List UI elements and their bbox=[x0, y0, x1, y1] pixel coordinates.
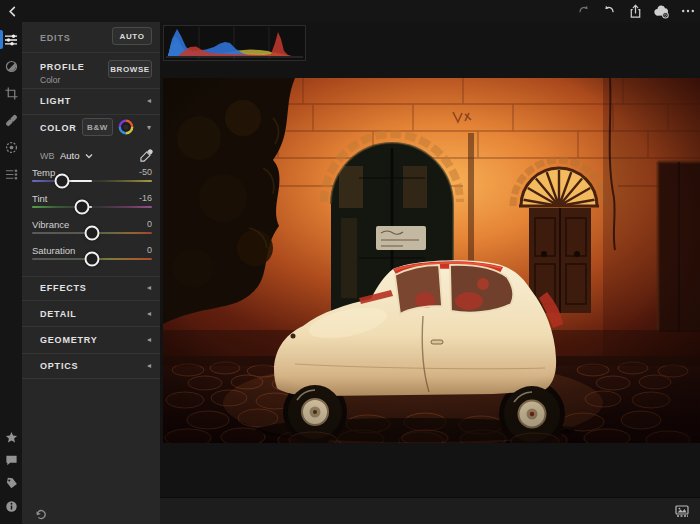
redo-icon[interactable] bbox=[575, 3, 592, 20]
slider-label: Saturation bbox=[32, 245, 75, 256]
slider-value: 0 bbox=[147, 219, 152, 229]
info-icon bbox=[5, 500, 18, 513]
star-icon bbox=[5, 431, 18, 444]
temp-slider-knob[interactable] bbox=[55, 174, 70, 189]
collapse-arrow-icon[interactable]: ◂ bbox=[147, 97, 151, 105]
vibrance-slider-row: Vibrance 0 bbox=[22, 216, 160, 242]
temp-slider-row: Temp -50 bbox=[22, 164, 160, 190]
rate-review-button[interactable] bbox=[0, 426, 22, 449]
tag-icon bbox=[5, 477, 18, 490]
slider-label: Vibrance bbox=[32, 219, 69, 230]
tool-healing[interactable] bbox=[0, 107, 22, 134]
slider-value: -50 bbox=[139, 167, 152, 177]
tool-presets[interactable] bbox=[0, 53, 22, 80]
divider bbox=[22, 378, 160, 379]
slider-label: Tint bbox=[32, 193, 47, 204]
more-ellipsis-icon[interactable] bbox=[679, 3, 696, 20]
bottom-bar bbox=[160, 497, 700, 524]
profile-label: PROFILE bbox=[40, 62, 85, 72]
browse-button[interactable]: BROWSE bbox=[108, 60, 152, 78]
presets-icon bbox=[5, 60, 18, 73]
undo-icon[interactable] bbox=[601, 3, 618, 20]
vibrance-slider-knob[interactable] bbox=[85, 226, 100, 241]
saturation-slider-track[interactable] bbox=[32, 258, 152, 260]
expand-arrow-icon[interactable]: ▾ bbox=[147, 124, 151, 132]
active-tool-indicator bbox=[0, 30, 3, 49]
wb-value-dropdown[interactable]: Auto bbox=[60, 150, 93, 161]
section-effects[interactable]: EFFECTS bbox=[40, 283, 87, 293]
wb-value: Auto bbox=[60, 150, 80, 161]
histogram-panel[interactable] bbox=[163, 25, 306, 61]
collapse-arrow-icon[interactable]: ◂ bbox=[147, 362, 151, 370]
section-light[interactable]: LIGHT bbox=[40, 96, 71, 106]
tint-slider-knob[interactable] bbox=[75, 200, 90, 215]
tool-crop[interactable] bbox=[0, 80, 22, 107]
vignette-overlay bbox=[163, 78, 700, 443]
crop-icon bbox=[5, 87, 18, 100]
edit-sliders-icon bbox=[4, 33, 18, 47]
tool-edit-sliders[interactable] bbox=[0, 26, 22, 53]
tint-slider-track[interactable] bbox=[32, 206, 152, 208]
lightroom-app: EDITS AUTO PROFILE Color BROWSE LIGHT ◂ … bbox=[0, 0, 700, 524]
tint-slider-row: Tint -16 bbox=[22, 190, 160, 216]
collapse-arrow-icon[interactable]: ◂ bbox=[147, 284, 151, 292]
vibrance-slider-track[interactable] bbox=[32, 232, 152, 234]
slider-label: Temp bbox=[32, 167, 55, 178]
healing-icon bbox=[5, 114, 18, 127]
info-button[interactable] bbox=[0, 495, 22, 518]
tool-masking[interactable] bbox=[0, 134, 22, 161]
saturation-slider-row: Saturation 0 bbox=[22, 242, 160, 268]
slider-value: 0 bbox=[147, 245, 152, 255]
divider bbox=[22, 276, 160, 277]
divider bbox=[22, 52, 160, 53]
masking-icon bbox=[5, 141, 18, 154]
collapse-arrow-icon[interactable]: ◂ bbox=[147, 310, 151, 318]
bw-toggle-button[interactable]: B&W bbox=[82, 118, 113, 136]
saturation-slider-knob[interactable] bbox=[85, 252, 100, 267]
section-geometry[interactable]: GEOMETRY bbox=[40, 335, 98, 345]
divider bbox=[22, 300, 160, 301]
divider bbox=[22, 88, 160, 89]
left-tool-rail bbox=[0, 0, 22, 524]
chevron-down-icon bbox=[85, 153, 93, 159]
wb-label: WB bbox=[40, 151, 55, 161]
auto-button[interactable]: AUTO bbox=[112, 27, 152, 45]
section-optics[interactable]: OPTICS bbox=[40, 361, 78, 371]
photo-canvas[interactable] bbox=[163, 78, 700, 443]
main-preview-area bbox=[160, 22, 700, 524]
share-icon[interactable] bbox=[627, 3, 644, 20]
divider bbox=[22, 326, 160, 327]
slider-value: -16 bbox=[139, 193, 152, 203]
keywords-button[interactable] bbox=[0, 472, 22, 495]
rgb-histogram-chart bbox=[164, 26, 305, 60]
back-chevron-icon[interactable] bbox=[4, 3, 20, 19]
filmstrip-toggle-icon[interactable] bbox=[674, 504, 690, 518]
section-color[interactable]: COLOR bbox=[40, 123, 77, 133]
comments-button[interactable] bbox=[0, 449, 22, 472]
divider bbox=[22, 114, 160, 115]
tool-versions[interactable] bbox=[0, 161, 22, 188]
color-mix-icon[interactable] bbox=[118, 119, 134, 139]
section-detail[interactable]: DETAIL bbox=[40, 309, 77, 319]
reset-edits-icon[interactable] bbox=[32, 506, 50, 521]
edits-label: EDITS bbox=[40, 33, 71, 43]
cloud-sync-icon[interactable] bbox=[653, 3, 670, 20]
edit-panel: EDITS AUTO PROFILE Color BROWSE LIGHT ◂ … bbox=[22, 22, 160, 524]
temp-slider-track[interactable] bbox=[32, 180, 152, 182]
profile-value: Color bbox=[40, 75, 60, 85]
comment-icon bbox=[5, 454, 18, 467]
collapse-arrow-icon[interactable]: ◂ bbox=[147, 336, 151, 344]
top-bar bbox=[0, 0, 700, 22]
versions-icon bbox=[5, 168, 18, 181]
divider bbox=[22, 353, 160, 354]
